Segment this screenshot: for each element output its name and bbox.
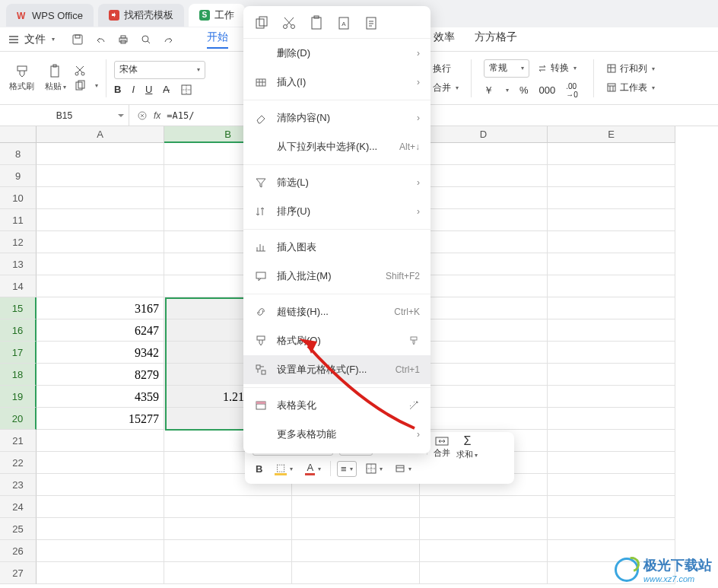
cell[interactable] [420, 386, 548, 408]
cell[interactable] [420, 187, 548, 209]
cell[interactable] [548, 187, 675, 209]
percent-button[interactable]: % [519, 84, 529, 96]
tab-fanggez[interactable]: 方方格子 [475, 30, 517, 49]
cell[interactable] [420, 342, 548, 364]
cell[interactable] [548, 430, 675, 452]
cell[interactable] [548, 496, 675, 518]
tab-workbook[interactable]: S 工作 [189, 4, 245, 27]
row-header[interactable]: 14 [0, 275, 37, 297]
cell[interactable] [37, 275, 164, 297]
cell[interactable] [37, 540, 164, 562]
tab-wps-office[interactable]: WPS Office [6, 4, 94, 27]
cell[interactable] [548, 386, 675, 408]
cell[interactable] [420, 165, 548, 187]
font-name-select[interactable]: 宋体 ▾ [114, 61, 205, 79]
convert-button[interactable]: 转换▾ [532, 60, 581, 76]
cell[interactable] [420, 297, 548, 319]
cell[interactable] [548, 143, 675, 165]
row-header[interactable]: 11 [0, 209, 37, 231]
menu-more[interactable]: 更多表格功能 › [243, 420, 430, 449]
cell[interactable] [420, 540, 548, 562]
cell[interactable] [548, 474, 675, 496]
cell[interactable] [420, 496, 548, 518]
format-brush-group[interactable]: 格式刷 [6, 64, 37, 92]
mini-bold-button[interactable]: B [253, 462, 265, 476]
cell[interactable] [548, 231, 675, 253]
italic-button[interactable]: I [132, 84, 135, 95]
border-icon[interactable] [180, 84, 192, 96]
cell[interactable] [548, 165, 675, 187]
cell[interactable] [420, 231, 548, 253]
cell[interactable] [420, 143, 548, 165]
cell[interactable]: 4359 [37, 386, 164, 408]
cell[interactable] [548, 253, 675, 275]
tab-templates[interactable]: 找稻壳模板 [98, 4, 184, 27]
cell[interactable] [548, 319, 675, 342]
cut-icon[interactable] [281, 15, 297, 30]
cell[interactable] [292, 562, 420, 584]
strike-button[interactable]: A̶ [163, 84, 170, 95]
mini-border-button[interactable]: ▾ [363, 462, 386, 475]
cell[interactable] [420, 562, 548, 584]
cell[interactable] [420, 364, 548, 386]
row-header[interactable]: 10 [0, 187, 37, 209]
row-header[interactable]: 23 [0, 474, 37, 496]
currency-button[interactable]: ￥ [484, 84, 494, 97]
cell[interactable] [37, 518, 164, 540]
cell[interactable] [37, 474, 164, 496]
menu-insert-chart[interactable]: 插入图表 [243, 233, 430, 262]
cell[interactable] [420, 253, 548, 275]
tab-start[interactable]: 开始 [207, 30, 228, 49]
select-all-corner[interactable] [0, 126, 37, 143]
menu-delete[interactable]: 删除(D) › [243, 39, 430, 68]
row-header[interactable]: 19 [0, 386, 37, 408]
cell[interactable] [548, 209, 675, 231]
cell[interactable] [548, 408, 675, 430]
cell[interactable] [164, 562, 292, 584]
cell[interactable] [548, 364, 675, 386]
underline-button[interactable]: U [145, 84, 152, 95]
decrease-decimal-button[interactable]: .00→0 [566, 82, 578, 99]
paste-special-icon[interactable] [364, 15, 379, 30]
cell[interactable] [420, 319, 548, 342]
comma-button[interactable]: 000 [539, 84, 556, 96]
menu-insert[interactable]: 插入(I) › [243, 68, 430, 97]
cell[interactable] [548, 297, 675, 319]
mini-font-color-button[interactable]: A▾ [302, 460, 324, 477]
menu-hyperlink[interactable]: 超链接(H)... Ctrl+K [243, 297, 430, 326]
paste-text-icon[interactable]: A [336, 15, 351, 30]
cut-icon[interactable] [74, 65, 86, 77]
cell[interactable] [548, 452, 675, 474]
mini-align-button[interactable]: ≡▾ [337, 461, 357, 477]
worksheet-button[interactable]: 工作表▾ [602, 80, 659, 96]
row-header[interactable]: 12 [0, 231, 37, 253]
column-header[interactable]: D [420, 126, 548, 143]
cell[interactable] [420, 275, 548, 297]
cell[interactable] [164, 496, 292, 518]
cell[interactable] [420, 209, 548, 231]
row-header[interactable]: 13 [0, 253, 37, 275]
name-box[interactable]: B15 [0, 105, 129, 126]
preview-icon[interactable] [140, 33, 152, 46]
row-header[interactable]: 17 [0, 342, 37, 364]
cell[interactable] [37, 496, 164, 518]
menu-sort[interactable]: 排序(U) › [243, 197, 430, 226]
formula-input[interactable]: =A15/ [167, 110, 194, 121]
mini-fill-color-button[interactable]: ⬚▾ [272, 460, 296, 477]
print-icon[interactable] [117, 33, 129, 46]
cell[interactable] [37, 231, 164, 253]
row-header[interactable]: 15 [0, 297, 37, 319]
menu-filter[interactable]: 筛选(L) › [243, 168, 430, 197]
cell[interactable]: 3167 [37, 297, 164, 319]
copy-icon[interactable] [74, 80, 86, 92]
row-header[interactable]: 18 [0, 364, 37, 386]
cell[interactable]: 8279 [37, 364, 164, 386]
row-header[interactable]: 20 [0, 408, 37, 430]
row-header[interactable]: 24 [0, 496, 37, 518]
cell[interactable]: 9342 [37, 342, 164, 364]
paste-icon[interactable] [309, 15, 324, 30]
row-header[interactable]: 22 [0, 452, 37, 474]
cell[interactable] [420, 408, 548, 430]
cell[interactable] [164, 518, 292, 540]
cell[interactable] [37, 562, 164, 584]
